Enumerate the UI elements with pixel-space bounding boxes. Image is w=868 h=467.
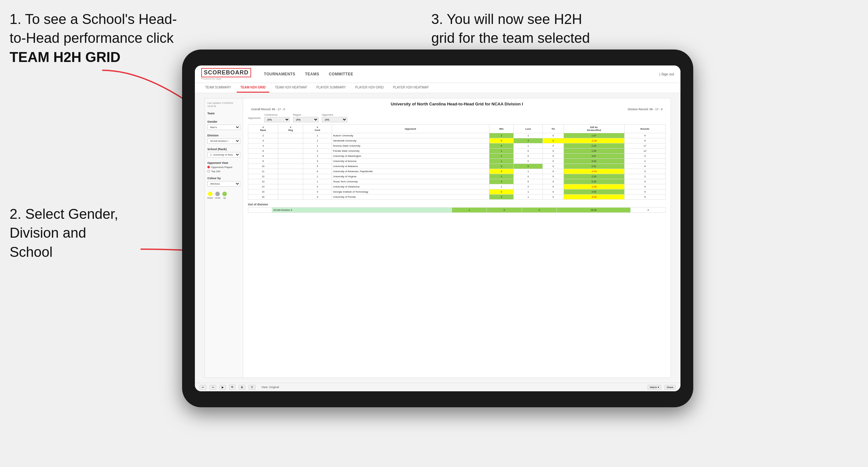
share-button[interactable]: Share	[664, 385, 676, 390]
cell-opponent: University of Washington	[332, 154, 489, 159]
logo-sub: Powered by clippi	[201, 77, 251, 80]
cell-reg	[278, 138, 303, 144]
table-row: 6 2 Florida State University 1 0 0 1.83 …	[248, 149, 666, 154]
radio-top-100[interactable]: Top 100	[207, 170, 240, 173]
sub-nav-player-h2h-grid[interactable]: PLAYER H2H GRID	[351, 83, 388, 93]
cell-loss: 0	[514, 149, 543, 154]
radio-dot-opponents	[207, 166, 210, 168]
school-select[interactable]: 1. University of Nort...	[207, 152, 240, 157]
cell-tie: 0	[543, 138, 564, 144]
cell-diff: 5.56	[563, 179, 624, 184]
region-select[interactable]: (All)	[293, 117, 318, 122]
forward-button[interactable]: ▶	[219, 385, 226, 390]
table-row: 13 1 Texas Tech University 3 0 0 5.56 9	[248, 179, 666, 184]
cell-opponent: University of Florida	[332, 194, 489, 200]
cell-conf: 3	[303, 159, 332, 164]
table-row: 10 5 University of Alabama 3 0 0 2.61 8	[248, 164, 666, 169]
gender-select[interactable]: Men's Women's	[207, 125, 240, 130]
grid-button[interactable]: ⊞	[239, 385, 245, 390]
sub-nav-team-h2h-heatmap[interactable]: TEAM H2H HEATMAP	[271, 83, 311, 93]
sub-nav-team-h2h-grid[interactable]: TEAM H2H GRID	[237, 83, 270, 93]
watch-button[interactable]: Watch ▾	[648, 385, 661, 390]
opponent-select[interactable]: (All)	[322, 117, 347, 122]
sub-nav-team-summary[interactable]: TEAM SUMMARY	[201, 83, 235, 93]
nav-tournaments[interactable]: TOURNAMENTS	[264, 71, 296, 77]
cell-conf: 1	[303, 174, 332, 179]
nav-teams[interactable]: TEAMS	[305, 71, 319, 77]
cell-rounds: 9	[624, 133, 666, 138]
colour-by-select[interactable]: Win/loss	[207, 181, 240, 187]
cell-conf: 2	[303, 184, 332, 189]
sub-nav-player-h2h-heatmap[interactable]: PLAYER H2H HEATMAP	[389, 83, 433, 93]
ood-win: 1	[452, 208, 487, 213]
cell-tie: 0	[543, 164, 564, 169]
cell-diff: 3.67	[563, 154, 624, 159]
cell-loss: 0	[514, 174, 543, 179]
radio-opponents-played[interactable]: Opponents Played	[207, 166, 240, 169]
cell-opponent: Florida State University	[332, 149, 489, 154]
annotation-bl-line2: Division and	[9, 225, 86, 241]
ood-name: NCAA Division II	[272, 208, 452, 213]
cell-diff: -2.29	[563, 138, 624, 144]
cell-reg	[278, 149, 303, 154]
school-label: School (Rank)	[207, 148, 240, 151]
cell-reg	[278, 189, 303, 194]
undo-button[interactable]: ↩	[200, 385, 206, 390]
cell-win: 5	[489, 144, 514, 149]
colour-circle-up	[222, 192, 227, 196]
cell-reg	[278, 194, 303, 200]
cell-reg	[278, 169, 303, 174]
cell-diff: -1.00	[563, 184, 624, 189]
cell-rounds: 8	[624, 138, 666, 144]
gender-section: Gender Men's Women's	[207, 120, 240, 130]
th-loss: Loss	[514, 125, 543, 133]
conference-select[interactable]: (All)	[264, 117, 290, 122]
dashboard: Last Updated: 27/03/2024 16:55:38 Team G…	[205, 98, 671, 378]
radio-dot-top100	[207, 170, 210, 173]
cell-win: 1	[489, 174, 514, 179]
cell-loss: 1	[514, 194, 543, 200]
cell-conf: 1	[303, 133, 332, 138]
opponents-label: Opponents:	[248, 117, 261, 120]
cell-conf: 2	[303, 149, 332, 154]
cell-win: 3	[489, 194, 514, 200]
cell-tie: 0	[543, 169, 564, 174]
redo-button[interactable]: ↪	[210, 385, 216, 390]
cell-opponent: Auburn University	[332, 133, 489, 138]
cell-tie: 0	[543, 194, 564, 200]
cell-reg	[278, 159, 303, 164]
cell-rounds: 8	[624, 164, 666, 169]
cell-conf: 3	[303, 194, 332, 200]
table-row: 4 1 Arizona State University 5 1 0 2.29 …	[248, 144, 666, 149]
cell-opponent: University of Alabama	[332, 164, 489, 169]
content-area: Last Updated: 27/03/2024 16:55:38 Team G…	[195, 93, 680, 383]
th-reg: #Reg	[278, 125, 303, 133]
opponent-view-label: Opponent View	[207, 161, 240, 164]
opponent-filter-label: Opponent	[322, 114, 347, 116]
left-panel: Last Updated: 27/03/2024 16:55:38 Team G…	[205, 98, 243, 378]
sub-nav-player-summary[interactable]: PLAYER SUMMARY	[312, 83, 349, 93]
cell-opponent: University of Oklahoma	[332, 184, 489, 189]
cell-tie: 0	[543, 149, 564, 154]
table-row: 8 2 University of Washington 1 0 0 3.67 …	[248, 154, 666, 159]
cell-rank: 14	[248, 184, 278, 189]
nav-committee[interactable]: COMMITTEE	[329, 71, 353, 77]
colour-level: Level	[215, 192, 220, 199]
colour-up: Up	[222, 192, 227, 199]
copy-button[interactable]: ⧉	[229, 384, 236, 390]
opponent-view-section: Opponent View Opponents Played Top 100	[207, 161, 240, 173]
th-opponent: Opponent	[332, 125, 489, 133]
sign-out-link[interactable]: | Sign out	[659, 72, 674, 76]
cell-opponent: Arizona State University	[332, 144, 489, 149]
cell-tie: 0	[543, 159, 564, 164]
cell-reg	[278, 133, 303, 138]
colour-circle-level	[215, 192, 220, 196]
ood-rounds: 3	[631, 208, 666, 213]
table-row: 3 2 Vanderbilt University 0 4 0 -2.29 8	[248, 138, 666, 144]
grid-title: University of North Carolina Head-to-Hea…	[248, 101, 666, 106]
annotation-tr-line2: grid for the team selected	[431, 30, 590, 46]
division-select[interactable]: NCAA Division I	[207, 138, 240, 144]
table-row: 15 4 Georgia Institute of Technology 0 1…	[248, 189, 666, 194]
cell-tie: 0	[543, 184, 564, 189]
clock-button[interactable]: ⏱	[249, 385, 255, 390]
